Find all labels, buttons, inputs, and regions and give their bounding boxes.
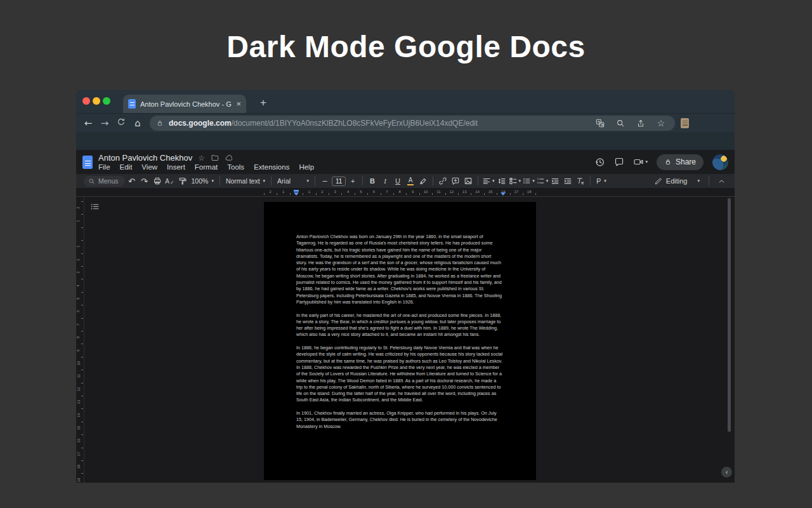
print-icon[interactable] bbox=[152, 175, 163, 187]
url-host: docs.google.com bbox=[169, 119, 232, 128]
italic-button[interactable]: I bbox=[379, 175, 391, 187]
browser-tab[interactable]: Anton Pavlovich Chekhov - Go × bbox=[123, 95, 246, 113]
version-history-icon[interactable] bbox=[594, 157, 605, 168]
docs-header-text: Anton Pavlovich Chekhov ☆ FileEditViewIn… bbox=[98, 153, 314, 171]
docs-app-icon[interactable] bbox=[82, 156, 93, 169]
doc-paragraph[interactable]: In 1888, Chekhov was rewarded the Pushki… bbox=[296, 364, 503, 404]
insert-image-icon[interactable] bbox=[462, 175, 474, 187]
increase-indent-icon[interactable] bbox=[562, 175, 573, 187]
back-icon[interactable]: ← bbox=[80, 117, 96, 129]
menu-edit[interactable]: Edit bbox=[120, 163, 133, 171]
menu-format[interactable]: Format bbox=[195, 163, 218, 171]
ruler-tick bbox=[406, 193, 407, 195]
paint-format-icon[interactable] bbox=[177, 175, 188, 187]
share-page-icon[interactable] bbox=[633, 119, 648, 128]
ruler-number: 7 bbox=[386, 190, 388, 194]
hide-menus-icon[interactable] bbox=[716, 175, 727, 187]
share-lock-icon bbox=[664, 158, 672, 166]
menu-insert[interactable]: Insert bbox=[167, 163, 185, 171]
align-icon[interactable]: ▾ bbox=[482, 175, 495, 187]
ruler-number: 5 bbox=[76, 297, 80, 299]
meet-video-icon[interactable]: ▾ bbox=[633, 157, 648, 167]
increase-font-size-button[interactable]: + bbox=[347, 175, 358, 187]
panel-expand-icon[interactable]: ‹ bbox=[721, 467, 732, 478]
highlight-color-icon[interactable] bbox=[417, 175, 429, 187]
account-avatar[interactable] bbox=[712, 154, 728, 170]
checklist-icon[interactable]: ▾ bbox=[509, 175, 521, 187]
cloud-status-icon[interactable] bbox=[225, 154, 233, 162]
doc-paragraph[interactable]: In the early part of his career, he mast… bbox=[296, 312, 503, 338]
reload-icon[interactable] bbox=[113, 117, 129, 128]
font-size-input[interactable]: 11 bbox=[332, 177, 346, 186]
document-outline-icon[interactable] bbox=[90, 202, 100, 214]
bookmark-star-icon[interactable]: ☆ bbox=[653, 118, 669, 128]
decrease-indent-icon[interactable] bbox=[549, 175, 561, 187]
translate-icon[interactable] bbox=[593, 119, 608, 128]
minimize-window-button[interactable] bbox=[93, 97, 100, 105]
doc-blank-line[interactable] bbox=[296, 338, 503, 345]
add-comment-icon[interactable] bbox=[450, 175, 461, 187]
docs-extension-icon[interactable] bbox=[681, 118, 689, 128]
right-indent-marker[interactable] bbox=[501, 192, 506, 196]
docs-header-actions: ▾ Share bbox=[594, 154, 728, 170]
forward-icon[interactable]: → bbox=[96, 117, 113, 129]
ruler-tick bbox=[484, 193, 485, 195]
menu-file[interactable]: File bbox=[98, 163, 110, 171]
vertical-ruler[interactable]: 2112345678910111213141516171819 bbox=[76, 197, 84, 483]
doc-blank-line[interactable] bbox=[296, 305, 503, 312]
doc-paragraph[interactable]: In 1886, he began contributing regularly… bbox=[296, 345, 503, 364]
move-folder-icon[interactable] bbox=[211, 154, 219, 162]
decrease-font-size-button[interactable]: − bbox=[319, 175, 331, 187]
vertical-scrollbar[interactable] bbox=[728, 198, 731, 432]
tab-close-icon[interactable]: × bbox=[236, 100, 241, 108]
underline-button[interactable]: U bbox=[392, 175, 403, 187]
menu-extensions[interactable]: Extensions bbox=[254, 163, 289, 171]
comments-icon[interactable] bbox=[614, 157, 624, 167]
horizontal-ruler[interactable]: 21123456789101112131415161718 bbox=[76, 188, 735, 197]
close-window-button[interactable] bbox=[82, 97, 90, 105]
zoom-search-icon[interactable] bbox=[613, 119, 628, 128]
zoom-window-button[interactable] bbox=[103, 97, 110, 105]
menu-help[interactable]: Help bbox=[299, 163, 314, 171]
document-page[interactable]: Anton Pavlovich Chekhov was born on Janu… bbox=[264, 202, 536, 480]
ruler-tick bbox=[81, 422, 83, 422]
undo-icon[interactable]: ↶ bbox=[126, 175, 138, 187]
paragraph-style-select[interactable]: Normal text ▾ bbox=[224, 175, 267, 187]
text-color-button[interactable]: A bbox=[405, 175, 416, 187]
document-title[interactable]: Anton Pavlovich Chekhov bbox=[98, 153, 192, 163]
editing-mode-select[interactable]: Editing ▾ bbox=[652, 177, 702, 185]
menu-view[interactable]: View bbox=[141, 163, 157, 171]
numbered-list-icon[interactable]: 12 ▾ bbox=[536, 175, 549, 187]
document-text[interactable]: Anton Pavlovich Chekhov was born on Janu… bbox=[296, 234, 503, 430]
star-document-icon[interactable]: ☆ bbox=[198, 154, 205, 163]
font-select[interactable]: Arial ▾ bbox=[275, 175, 311, 187]
address-bar[interactable]: docs.google.com/document/d/1BIYYoA0nszKl… bbox=[150, 116, 675, 131]
zoom-select[interactable]: 100% ▾ bbox=[190, 175, 216, 187]
new-tab-button[interactable]: + bbox=[255, 95, 272, 111]
doc-blank-line[interactable] bbox=[296, 404, 503, 410]
ruler-tick bbox=[510, 193, 511, 195]
redo-icon[interactable]: ↷ bbox=[139, 175, 150, 187]
menus-search-button[interactable]: Menus bbox=[84, 176, 125, 187]
ruler-tick bbox=[81, 370, 83, 370]
share-button[interactable]: Share bbox=[657, 154, 704, 170]
toolbar-divider bbox=[590, 177, 591, 185]
spellcheck-icon[interactable]: A ✓ bbox=[164, 175, 176, 187]
ruler-number: 15 bbox=[488, 190, 493, 194]
bold-button[interactable]: B bbox=[367, 175, 378, 187]
toolbar-divider bbox=[219, 177, 220, 185]
ruler-number: 4 bbox=[76, 284, 80, 286]
insert-link-icon[interactable] bbox=[437, 175, 449, 187]
ruler-tick bbox=[316, 193, 317, 195]
bulleted-list-icon[interactable]: ▾ bbox=[522, 175, 535, 187]
clear-formatting-icon[interactable] bbox=[575, 175, 586, 187]
doc-paragraph[interactable]: In 1901, Chekhov finally married an actr… bbox=[296, 410, 503, 430]
ruler-number: 3 bbox=[334, 190, 336, 194]
menu-tools[interactable]: Tools bbox=[227, 163, 244, 171]
paragraph-tool-button[interactable]: P ▾ bbox=[594, 175, 608, 187]
line-spacing-icon[interactable] bbox=[496, 175, 508, 187]
doc-paragraph[interactable]: Anton Pavlovich Chekhov was born on Janu… bbox=[296, 234, 503, 305]
first-line-indent-marker[interactable] bbox=[294, 190, 299, 192]
home-icon[interactable]: ⌂ bbox=[129, 117, 146, 129]
left-indent-marker[interactable] bbox=[294, 192, 299, 196]
